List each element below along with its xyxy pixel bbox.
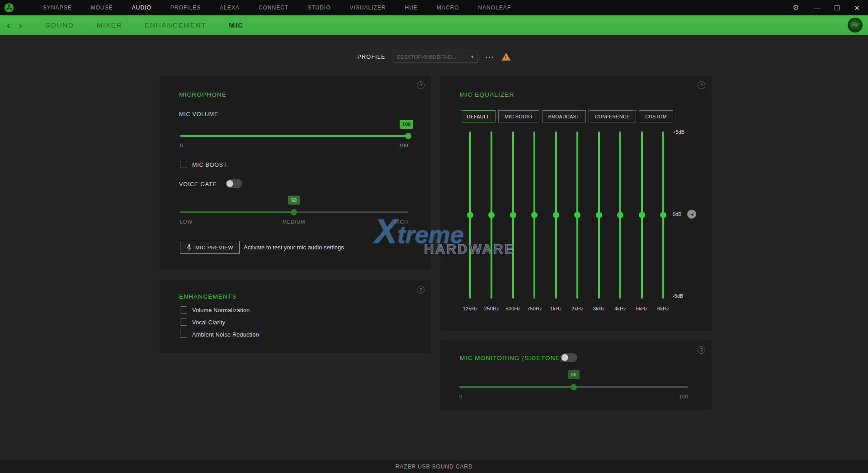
profile-dropdown-value: DESKTOP-6N6DDF0-D... <box>396 54 456 60</box>
tabs: SOUND MIXER ENHANCEMENT MIC <box>45 21 243 29</box>
mic-monitoring-title: MIC MONITORING (SIDETONE) <box>460 355 563 361</box>
mic-volume-min-label: 0 <box>180 143 183 148</box>
avatar[interactable] <box>848 18 863 33</box>
main-menu: SYNAPSE MOUSE AUDIO PROFILES ALEXA CONNE… <box>43 5 511 11</box>
tab-enhancement[interactable]: ENHANCEMENT <box>145 21 206 29</box>
volume-normalization-checkbox[interactable] <box>180 306 187 314</box>
window-controls: ⚙ — ✕ <box>793 4 868 11</box>
voice-gate-toggle[interactable] <box>226 179 242 188</box>
voice-gate-value-badge: 50 <box>288 196 300 205</box>
sidetone-slider-thumb[interactable] <box>571 384 577 390</box>
eq-band-thumb[interactable] <box>639 212 645 218</box>
help-icon[interactable]: ? <box>417 286 425 294</box>
more-options-icon[interactable]: ⋯ <box>485 55 494 59</box>
mic-preview-button[interactable]: MIC PREVIEW <box>180 241 240 254</box>
db-mid-label: 0dB <box>673 211 682 217</box>
menu-item-profiles[interactable]: PROFILES <box>170 5 201 11</box>
menu-item-audio[interactable]: AUDIO <box>132 5 151 11</box>
menu-item-mouse[interactable]: MOUSE <box>91 5 113 11</box>
eq-band-thumb[interactable] <box>488 212 495 218</box>
titlebar: SYNAPSE MOUSE AUDIO PROFILES ALEXA CONNE… <box>0 0 868 15</box>
chevron-down-icon: ▾ <box>471 54 474 60</box>
settings-gear-icon[interactable]: ⚙ <box>793 4 799 11</box>
eq-band-3khz: 3kHz <box>594 131 604 299</box>
eq-band-4khz: 4kHz <box>616 131 625 299</box>
forward-button[interactable]: › <box>14 20 26 31</box>
help-icon[interactable]: ? <box>417 81 425 89</box>
mic-monitoring-panel: ? MIC MONITORING (SIDETONE) 50 0 100 <box>440 341 712 410</box>
eq-presets: DEFAULT MIC BOOST BROADCAST CONFERENCE C… <box>461 110 673 122</box>
preset-default-button[interactable]: DEFAULT <box>461 110 495 122</box>
tab-mixer[interactable]: MIXER <box>96 21 122 29</box>
eq-band-250hz: 250Hz <box>487 131 496 299</box>
eq-band-thumb[interactable] <box>510 212 516 218</box>
eq-band-thumb[interactable] <box>531 212 538 218</box>
razer-synapse-window: SYNAPSE MOUSE AUDIO PROFILES ALEXA CONNE… <box>0 0 868 473</box>
eq-band-thumb[interactable] <box>574 212 580 218</box>
preset-mic-boost-button[interactable]: MIC BOOST <box>498 110 539 122</box>
eq-band-5khz: 5kHz <box>637 131 646 299</box>
sidetone-toggle[interactable] <box>561 353 577 362</box>
mic-boost-checkbox[interactable] <box>180 161 187 168</box>
eq-band-125hz: 125Hz <box>466 131 475 299</box>
close-button[interactable]: ✕ <box>854 5 860 11</box>
microphone-title: MICROPHONE <box>179 91 226 98</box>
statusbar: RAZER USB SOUND CARD <box>0 460 868 473</box>
menu-item-macro[interactable]: MACRO <box>437 5 459 11</box>
eq-band-thumb[interactable] <box>553 212 559 218</box>
voice-gate-label: VOICE GATE <box>179 181 217 187</box>
sidetone-max-label: 100 <box>679 394 688 399</box>
preset-custom-button[interactable]: CUSTOM <box>639 110 673 122</box>
mic-volume-slider[interactable] <box>180 135 408 137</box>
eq-band-freq-label: 6kHz <box>657 306 669 311</box>
voice-gate-slider-thumb[interactable] <box>291 209 297 215</box>
preset-broadcast-button[interactable]: BROADCAST <box>542 110 586 122</box>
audio-tabbar: ‹ › SOUND MIXER ENHANCEMENT MIC <box>0 15 868 35</box>
sidetone-min-label: 0 <box>459 394 462 399</box>
eq-band-freq-label: 125Hz <box>462 306 477 311</box>
maximize-button[interactable] <box>835 5 840 10</box>
eq-band-freq-label: 1kHz <box>550 306 562 311</box>
voice-gate-high-label: HIGH <box>394 219 409 225</box>
mic-volume-label: MIC VOLUME <box>179 111 218 117</box>
profile-dropdown[interactable]: DESKTOP-6N6DDF0-D... ▾ <box>392 51 477 63</box>
minimize-button[interactable]: — <box>813 5 820 11</box>
menu-item-alexa[interactable]: ALEXA <box>220 5 240 11</box>
tab-sound[interactable]: SOUND <box>45 21 74 29</box>
menu-item-synapse[interactable]: SYNAPSE <box>43 5 72 11</box>
menu-item-visualizer[interactable]: VISUALIZER <box>349 5 386 11</box>
tab-mic[interactable]: MIC <box>229 21 243 29</box>
eq-band-freq-label: 5kHz <box>636 306 647 311</box>
eq-band-freq-label: 3kHz <box>593 306 605 311</box>
back-button[interactable]: ‹ <box>3 20 14 31</box>
microphone-icon <box>186 244 192 251</box>
mic-volume-max-label: 100 <box>399 143 408 148</box>
ambient-noise-reduction-checkbox[interactable] <box>180 331 187 338</box>
eq-band-thumb[interactable] <box>660 212 666 218</box>
eq-band-sliders: 125Hz 250Hz 500Hz 750Hz 1kHz 2kHz 3kHz 4… <box>466 131 668 299</box>
eq-band-thumb[interactable] <box>596 212 602 218</box>
help-icon[interactable]: ? <box>698 81 705 89</box>
vocal-clarity-checkbox[interactable] <box>180 318 187 326</box>
toggle-knob <box>226 180 233 187</box>
voice-gate-medium-label: MEDIUM <box>283 219 306 225</box>
eq-band-freq-label: 500Hz <box>505 306 520 311</box>
eq-band-thumb[interactable] <box>617 212 623 218</box>
eq-band-500hz: 500Hz <box>509 131 518 299</box>
menu-item-connect[interactable]: CONNECT <box>259 5 288 11</box>
eq-band-freq-label: 250Hz <box>484 306 499 311</box>
help-icon[interactable]: ? <box>698 346 705 354</box>
db-bottom-label: -5dB <box>673 293 683 299</box>
menu-item-nanoleaf[interactable]: NANOLEAF <box>478 5 511 11</box>
eq-band-thumb[interactable] <box>467 212 473 218</box>
menu-item-studio[interactable]: STUDIO <box>307 5 330 11</box>
vocal-clarity-label: Vocal Clarity <box>192 319 225 326</box>
mic-volume-slider-thumb[interactable] <box>405 133 411 139</box>
warning-icon[interactable]: ! <box>501 53 510 61</box>
razer-logo-icon[interactable] <box>4 3 14 13</box>
voice-gate-low-label: LOW <box>180 219 193 225</box>
preset-conference-button[interactable]: CONFERENCE <box>589 110 637 122</box>
reset-eq-button[interactable]: ◀ <box>687 210 696 219</box>
menu-item-hue[interactable]: HUE <box>405 5 418 11</box>
enhancements-panel: ? ENHANCEMENTS Volume Normalization Voca… <box>160 281 431 353</box>
